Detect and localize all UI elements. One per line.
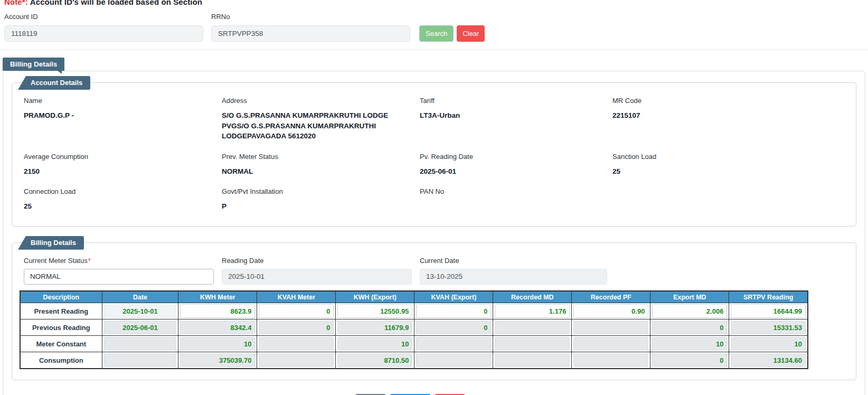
field-label: Average Conumption bbox=[24, 153, 208, 161]
consumption-date-input bbox=[104, 353, 177, 367]
previous-reading-kwh-export-input bbox=[337, 321, 412, 334]
cell-consumption-export-md bbox=[650, 352, 729, 369]
account-field-connection-load: Connection Load25 bbox=[24, 187, 222, 212]
field-label: Prev. Meter Status bbox=[222, 153, 406, 161]
present-reading-kwh-export-input[interactable] bbox=[337, 304, 412, 318]
reading-date-label: Reading Date bbox=[222, 257, 412, 265]
row-label: Present Reading bbox=[20, 303, 102, 319]
consumption-kwh-export-input bbox=[337, 353, 412, 367]
account-field-empty bbox=[612, 187, 844, 212]
column-header-kwh-export: KWH (Export) bbox=[336, 291, 414, 303]
cell-consumption-date bbox=[102, 352, 178, 369]
consumption-export-md-input bbox=[652, 353, 727, 367]
field-label: Address bbox=[222, 97, 406, 105]
previous-reading-recorded-pf-input bbox=[573, 321, 648, 334]
account-id-input[interactable] bbox=[4, 25, 203, 42]
cell-consumption-recorded-md bbox=[493, 352, 572, 369]
column-header-description: Description bbox=[20, 291, 102, 303]
cell-previous-reading-kwh-export bbox=[336, 319, 414, 336]
consumption-kvah-meter-input bbox=[259, 353, 334, 367]
row-label: Consumption bbox=[20, 352, 102, 369]
current-date-label: Current Date bbox=[420, 257, 607, 265]
note-prefix: Note*: bbox=[4, 0, 28, 6]
account-field-pan-no: PAN No bbox=[420, 187, 612, 212]
field-value: S/O G.S.PRASANNA KUMARPRAKRUTHI LODGE PV… bbox=[222, 110, 406, 142]
cell-consumption-kwh-meter bbox=[178, 352, 257, 369]
account-field-prev-meter-status: Prev. Meter StatusNORMAL bbox=[222, 153, 420, 177]
cell-present-reading-recorded-pf bbox=[572, 303, 650, 319]
account-id-label: Account ID bbox=[4, 13, 203, 21]
row-label: Meter Constant bbox=[20, 336, 102, 352]
present-reading-recorded-md-input[interactable] bbox=[495, 304, 570, 318]
field-value: 25 bbox=[24, 201, 208, 212]
column-header-recorded-md: Recorded MD bbox=[493, 291, 572, 303]
rrno-input[interactable] bbox=[211, 25, 410, 42]
field-value: PRAMOD.G.P - bbox=[24, 110, 208, 121]
account-id-field: Account ID bbox=[4, 13, 203, 42]
current-date-field: Current Date bbox=[420, 257, 607, 285]
current-meter-status-field: Current Meter Status* NORMAL bbox=[24, 257, 214, 285]
row-label: Previous Reading bbox=[20, 319, 102, 336]
account-field-govt-pvt-installation: Govt/Pvt InstallationP bbox=[222, 187, 420, 212]
account-field-sanction-load: Sanction Load25 bbox=[612, 153, 844, 177]
current-meter-status-select[interactable]: NORMAL bbox=[24, 269, 214, 285]
required-asterisk: * bbox=[88, 257, 91, 265]
field-value bbox=[420, 201, 599, 210]
table-row-present-reading: Present Reading bbox=[20, 303, 808, 319]
cell-present-reading-recorded-md bbox=[493, 303, 572, 319]
meter-constant-kvah-meter-input bbox=[259, 337, 334, 351]
present-reading-recorded-pf-input[interactable] bbox=[573, 304, 648, 318]
cell-previous-reading-recorded-md bbox=[493, 319, 572, 336]
reading-date-input[interactable] bbox=[222, 269, 412, 285]
table-header-row: DescriptionDateKWH MeterKVAH MeterKWH (E… bbox=[20, 291, 808, 303]
consumption-srtpv-reading-input bbox=[731, 353, 806, 367]
current-meter-status-label-text: Current Meter Status bbox=[24, 257, 88, 265]
previous-reading-kvah-export-input bbox=[416, 321, 491, 334]
search-button[interactable]: Search bbox=[419, 25, 454, 42]
clear-button[interactable]: Clear bbox=[457, 25, 485, 42]
cell-present-reading-srtpv-reading bbox=[729, 303, 808, 319]
cell-previous-reading-kvah-export bbox=[414, 319, 493, 336]
present-reading-export-md-input[interactable] bbox=[652, 304, 727, 318]
cell-consumption-srtpv-reading bbox=[729, 352, 808, 369]
cell-consumption-kwh-export bbox=[336, 352, 414, 369]
field-label: MR Code bbox=[612, 97, 831, 105]
field-value: 2215107 bbox=[612, 110, 831, 121]
divider bbox=[0, 49, 868, 50]
meter-constant-srtpv-reading-input bbox=[731, 337, 806, 351]
field-label: PAN No bbox=[420, 187, 599, 195]
present-reading-kwh-meter-input[interactable] bbox=[180, 304, 255, 318]
account-field-pv-reading-date: Pv. Reading Date2025-06-01 bbox=[420, 153, 612, 177]
field-label: Connection Load bbox=[24, 187, 208, 195]
cell-present-reading-kwh-meter bbox=[178, 303, 257, 319]
meter-constant-kwh-export-input bbox=[337, 337, 412, 351]
cell-consumption-kvah-meter bbox=[257, 352, 336, 369]
account-field-address: AddressS/O G.S.PRASANNA KUMARPRAKRUTHI L… bbox=[222, 97, 420, 142]
column-header-srtpv-reading: SRTPV Reading bbox=[729, 291, 808, 303]
cell-consumption-kvah-export bbox=[414, 352, 493, 369]
account-field-name: NamePRAMOD.G.P - bbox=[24, 97, 222, 142]
consumption-recorded-md-input bbox=[495, 353, 570, 367]
current-date-input[interactable] bbox=[420, 269, 607, 285]
note: Note*:Account ID's will be loaded based … bbox=[4, 0, 868, 6]
present-reading-srtpv-reading-input[interactable] bbox=[731, 304, 806, 318]
column-header-kvah-meter: KVAH Meter bbox=[257, 291, 336, 303]
readings-table: DescriptionDateKWH MeterKVAH MeterKWH (E… bbox=[20, 290, 808, 370]
present-reading-kvah-meter-input[interactable] bbox=[259, 304, 334, 318]
cell-meter-constant-date bbox=[102, 336, 178, 352]
previous-reading-kvah-meter-input bbox=[259, 321, 334, 334]
previous-reading-date-input bbox=[104, 321, 177, 334]
column-header-kvah-export: KVAH (Export) bbox=[414, 291, 493, 303]
meter-constant-recorded-md-input bbox=[495, 337, 570, 351]
present-reading-kvah-export-input[interactable] bbox=[416, 304, 491, 318]
field-label: Sanction Load bbox=[612, 153, 831, 161]
cell-present-reading-export-md bbox=[650, 303, 729, 319]
field-value: 2150 bbox=[24, 166, 208, 177]
consumption-kvah-export-input bbox=[416, 353, 491, 367]
meter-constant-export-md-input bbox=[652, 337, 727, 351]
note-text: Account ID's will be loaded based on Sec… bbox=[30, 0, 202, 6]
cell-previous-reading-export-md bbox=[650, 319, 729, 336]
cell-meter-constant-kvah-meter bbox=[257, 336, 336, 352]
billing-inputs-row: Current Meter Status* NORMAL Reading Dat… bbox=[24, 257, 844, 285]
field-value: NORMAL bbox=[222, 166, 406, 177]
